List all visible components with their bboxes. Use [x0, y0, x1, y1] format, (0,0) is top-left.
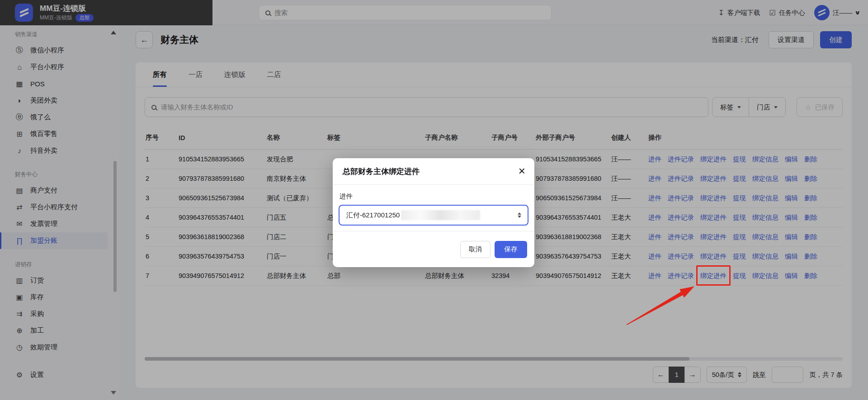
cancel-button[interactable]: 取消 [460, 241, 491, 258]
updown-caret-icon [518, 212, 521, 218]
modal-title: 总部财务主体绑定进件 [343, 166, 420, 177]
bind-application-modal: 总部财务主体绑定进件 × 进件 汇付-6217001250 取消 保存 [333, 158, 534, 267]
close-icon[interactable]: × [519, 165, 525, 177]
application-select[interactable]: 汇付-6217001250 [339, 205, 528, 226]
application-select-value: 汇付-6217001250 [346, 211, 400, 220]
field-label: 进件 [339, 192, 528, 201]
censored-value-blur [401, 210, 480, 220]
save-button[interactable]: 保存 [495, 241, 527, 258]
